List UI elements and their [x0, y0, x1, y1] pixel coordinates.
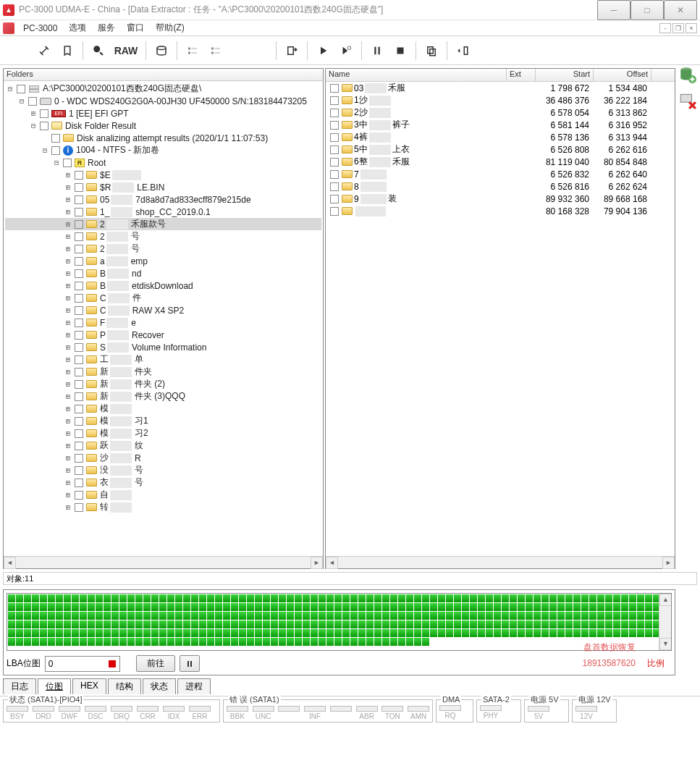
- row-checkbox[interactable]: [330, 133, 339, 142]
- bitmap-cell[interactable]: [231, 603, 239, 612]
- bitmap-cell[interactable]: [255, 594, 263, 603]
- bitmap-cell[interactable]: [486, 629, 494, 638]
- bitmap-cell[interactable]: [159, 594, 167, 603]
- bitmap-cell[interactable]: [207, 638, 215, 647]
- expand-icon[interactable]: ⊞: [63, 232, 73, 240]
- bitmap-cell[interactable]: [565, 629, 573, 638]
- bitmap-cell[interactable]: [414, 594, 422, 603]
- bitmap-cell[interactable]: [613, 603, 621, 612]
- bitmap-cell[interactable]: [366, 594, 374, 603]
- bitmap-cell[interactable]: [374, 603, 382, 612]
- bitmap-cell[interactable]: [239, 594, 247, 603]
- bitmap-cell[interactable]: [319, 629, 326, 638]
- mdi-close-button[interactable]: ×: [686, 23, 697, 33]
- bitmap-cell[interactable]: [454, 612, 462, 620]
- bitmap-cell[interactable]: [613, 620, 621, 629]
- expand-icon[interactable]: ⊞: [63, 257, 73, 265]
- menu-help[interactable]: 帮助(Z): [150, 20, 190, 35]
- bitmap-cell[interactable]: [207, 612, 215, 620]
- bitmap-cell[interactable]: [422, 594, 430, 603]
- bitmap-cell[interactable]: [215, 629, 223, 638]
- bitmap-cell[interactable]: [295, 594, 303, 603]
- tree-checkbox[interactable]: [63, 159, 72, 167]
- bitmap-cell[interactable]: [478, 594, 486, 603]
- bitmap-cell[interactable]: [303, 594, 311, 603]
- tree-item[interactable]: ⊞2号: [5, 243, 321, 255]
- bitmap-cell[interactable]: [589, 612, 597, 620]
- expand-icon[interactable]: ⊞: [63, 245, 73, 253]
- bitmap-cell[interactable]: [549, 612, 557, 620]
- menu-options[interactable]: 选项: [63, 20, 92, 35]
- bitmap-cell[interactable]: [223, 603, 231, 612]
- bitmap-cell[interactable]: [32, 620, 40, 629]
- bitmap-cell[interactable]: [326, 603, 334, 612]
- lba-pause-button[interactable]: [180, 655, 200, 672]
- tree-item[interactable]: ⊟A:\PC3000\20200101西数240G固态硬盘\: [5, 83, 321, 95]
- bitmap-cell[interactable]: [119, 594, 127, 603]
- bitmap-cell[interactable]: [167, 638, 175, 647]
- bitmap-cell[interactable]: [191, 612, 199, 620]
- bitmap-cell[interactable]: [526, 612, 534, 620]
- bitmap-cell[interactable]: [398, 612, 406, 620]
- bitmap-cell[interactable]: [589, 620, 597, 629]
- bitmap-cell[interactable]: [382, 612, 390, 620]
- row-checkbox[interactable]: [330, 182, 339, 191]
- tree-checkbox[interactable]: [75, 392, 83, 401]
- bitmap-cell[interactable]: [247, 594, 255, 603]
- bitmap-cell[interactable]: [526, 620, 534, 629]
- bitmap-cell[interactable]: [48, 603, 56, 612]
- bitmap-cell[interactable]: [462, 629, 470, 638]
- bitmap-cell[interactable]: [96, 629, 104, 638]
- tools-button[interactable]: [33, 40, 55, 62]
- bitmap-cell[interactable]: [231, 612, 239, 620]
- bitmap-cell[interactable]: [430, 594, 438, 603]
- bitmap-cell[interactable]: [494, 594, 502, 603]
- bitmap-cell[interactable]: [613, 594, 621, 603]
- exit-button[interactable]: [452, 40, 473, 62]
- bitmap-cell[interactable]: [645, 629, 653, 638]
- bitmap-cell[interactable]: [494, 612, 502, 620]
- list-item[interactable]: 80 168 32879 904 136: [326, 205, 675, 217]
- bitmap-cell[interactable]: [88, 629, 96, 638]
- bitmap-cell[interactable]: [422, 603, 430, 612]
- bitmap-cell[interactable]: [111, 629, 119, 638]
- tab-进程[interactable]: 进程: [177, 678, 211, 694]
- row-checkbox[interactable]: [330, 146, 339, 154]
- bitmap-cell[interactable]: [303, 612, 311, 620]
- bitmap-cell[interactable]: [32, 638, 40, 647]
- tree-item[interactable]: ⊞PRecover: [5, 329, 321, 341]
- bitmap-cell[interactable]: [56, 603, 64, 612]
- list-item[interactable]: 3中裤子6 581 1446 316 952: [326, 119, 675, 131]
- bitmap-cell[interactable]: [64, 638, 72, 647]
- bitmap-cell[interactable]: [183, 603, 191, 612]
- bitmap-cell[interactable]: [621, 603, 629, 612]
- pause-button[interactable]: [366, 40, 388, 62]
- bitmap-cell[interactable]: [167, 620, 175, 629]
- bitmap-cell[interactable]: [16, 629, 24, 638]
- bitmap-cell[interactable]: [271, 594, 279, 603]
- bitmap-cell[interactable]: [398, 629, 406, 638]
- bitmap-cell[interactable]: [374, 612, 382, 620]
- bitmap-cell[interactable]: [557, 629, 565, 638]
- tree-item[interactable]: ⊞1_shop_CC_2019.0.1: [5, 206, 321, 218]
- bitmap-cell[interactable]: [191, 594, 199, 603]
- bitmap-cell[interactable]: [406, 620, 414, 629]
- expand-icon[interactable]: ⊟: [17, 97, 27, 105]
- bitmap-cell[interactable]: [263, 603, 271, 612]
- bitmap-cell[interactable]: [573, 629, 581, 638]
- bitmap-cell[interactable]: [470, 594, 478, 603]
- bitmap-cell[interactable]: [151, 620, 159, 629]
- bitmap-cell[interactable]: [311, 638, 319, 647]
- bitmap-cell[interactable]: [295, 638, 303, 647]
- bitmap-cell[interactable]: [462, 620, 470, 629]
- scroll-up-icon[interactable]: ▲: [659, 594, 672, 606]
- tree-checkbox[interactable]: [75, 491, 83, 500]
- bitmap-cell[interactable]: [263, 612, 271, 620]
- expand-icon[interactable]: ⊞: [63, 479, 73, 487]
- bitmap-cell[interactable]: [215, 612, 223, 620]
- bitmap-cell[interactable]: [72, 594, 80, 603]
- bitmap-cell[interactable]: [287, 620, 295, 629]
- col-offset[interactable]: Offset: [594, 69, 651, 81]
- bitmap-cell[interactable]: [597, 612, 605, 620]
- tree-item[interactable]: ⊞模: [5, 403, 321, 415]
